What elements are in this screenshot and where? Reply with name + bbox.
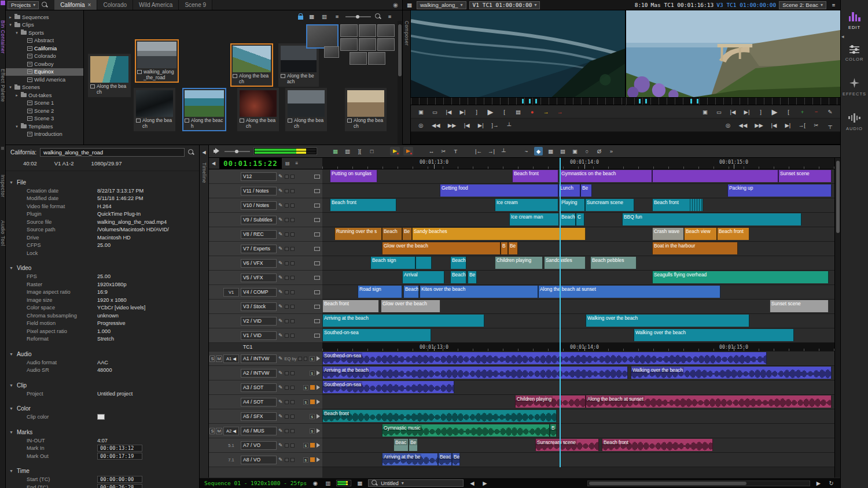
toggle-box[interactable] bbox=[290, 247, 295, 251]
toggle-box[interactable] bbox=[290, 334, 295, 338]
timeline-clip-arriving-at-the-beach[interactable]: Arriving at the beach bbox=[322, 315, 484, 327]
pencil-icon[interactable]: ✎ bbox=[278, 173, 283, 179]
record-button[interactable]: ● bbox=[528, 108, 536, 116]
collapse-icon[interactable]: ◀ bbox=[201, 148, 208, 157]
monitor-icon[interactable] bbox=[314, 276, 320, 280]
splice-in-button[interactable]: → bbox=[542, 108, 550, 116]
source-monitor[interactable] bbox=[411, 10, 625, 97]
go-to-start-button[interactable]: |◀ bbox=[770, 121, 778, 130]
fast-forward-button[interactable]: ▶▶ bbox=[447, 121, 458, 130]
toggle-box[interactable] bbox=[290, 175, 295, 179]
toggle-box[interactable] bbox=[285, 175, 289, 179]
cut-button[interactable]: ✂ bbox=[812, 121, 821, 130]
track-lane-v1[interactable]: Southed-on-seaWalking over the beach bbox=[322, 328, 834, 343]
timeline-clip-along-the-beach-at-sunset[interactable]: Along the beach at sunset bbox=[586, 395, 832, 408]
timeline-clip-be[interactable]: Be bbox=[452, 453, 460, 465]
rail-tab-effect-palette[interactable]: Effect Palette bbox=[0, 69, 6, 102]
render-icon[interactable]: ○ bbox=[583, 147, 591, 156]
track-header-v6[interactable]: V6 / VFX✎ bbox=[209, 256, 322, 271]
toggle-box[interactable] bbox=[290, 443, 295, 448]
record-enable-icon[interactable] bbox=[310, 400, 315, 404]
tree-item-sports[interactable]: ▾Sports bbox=[6, 29, 83, 37]
lock-icon[interactable] bbox=[298, 16, 303, 20]
section-header[interactable]: ▼File bbox=[6, 178, 199, 187]
timeline-clip-be[interactable]: Be bbox=[402, 228, 412, 240]
timeline-clip-along-the-beach-at-sunset[interactable]: Along the beach at sunset bbox=[538, 286, 720, 298]
step-forward-button[interactable]: ▶| bbox=[742, 108, 751, 116]
timeline-clip-gymnastics-on-the-beach[interactable]: Gymnastics on the beach bbox=[560, 170, 652, 182]
toggle-box[interactable] bbox=[285, 415, 289, 419]
track-name[interactable]: V4 / COMP bbox=[241, 288, 277, 297]
track-lane-v8[interactable]: Running over the sBeachBeSandy beachesCr… bbox=[322, 227, 834, 242]
track-lane-a5[interactable]: Beach front bbox=[322, 409, 834, 424]
solo-button[interactable]: S bbox=[209, 356, 215, 362]
rail-item-color[interactable]: COLOR bbox=[841, 38, 868, 70]
clip-thumbnail-along-the-beach[interactable]: Along the beach bbox=[285, 88, 327, 131]
toggle-box[interactable] bbox=[290, 232, 295, 236]
prev-icon[interactable]: ◀ bbox=[468, 479, 476, 487]
rail-item-audio[interactable]: AUDIO bbox=[841, 105, 868, 139]
collapse-icon[interactable]: ◂ bbox=[841, 34, 844, 39]
toggle-box[interactable] bbox=[285, 429, 289, 433]
timeline-clip-kites-over-the-beach[interactable]: Kites over the beach bbox=[420, 286, 538, 298]
mark-in-button[interactable]: [ bbox=[784, 108, 793, 116]
track-name[interactable]: A3 / SOT bbox=[241, 383, 277, 392]
record-monitor[interactable] bbox=[626, 10, 840, 97]
match-frame-icon[interactable]: ▤ bbox=[514, 108, 523, 116]
property-value[interactable]: 00:00:13:12 bbox=[97, 445, 142, 452]
timeline-clip-be[interactable]: Be bbox=[409, 439, 418, 451]
step-backward-button[interactable]: |◀ bbox=[444, 108, 453, 116]
close-tab-icon[interactable]: × bbox=[88, 2, 91, 8]
pencil-icon[interactable]: ✎ bbox=[278, 457, 283, 463]
timeline-clip-southend-on-sea[interactable]: Southend-on-sea bbox=[322, 352, 767, 364]
track-name[interactable]: A7 / VO bbox=[241, 441, 277, 450]
property-value[interactable]: 00:00:17:19 bbox=[97, 453, 142, 460]
track-lane-v9[interactable]: Ice cream manBeachCBBQ fun bbox=[322, 213, 834, 227]
timeline-menu-icon[interactable]: ≡ bbox=[293, 159, 300, 168]
list-view-icon[interactable]: ≡ bbox=[333, 12, 341, 21]
bin-scrollbar[interactable] bbox=[398, 21, 402, 145]
pencil-icon[interactable]: ✎ bbox=[278, 217, 283, 223]
section-header[interactable]: ▼Video bbox=[6, 264, 199, 273]
monitor-icon[interactable] bbox=[314, 189, 320, 193]
track-lane-v3[interactable]: Beach frontGlow over the beachSunset sce… bbox=[322, 300, 834, 314]
toggle-box[interactable] bbox=[290, 386, 295, 390]
tree-item-out-takes[interactable]: ▸Out-takes bbox=[6, 91, 83, 99]
monitor-icon[interactable] bbox=[314, 232, 320, 236]
solo-box[interactable]: s bbox=[310, 414, 315, 419]
effect-mode-button[interactable]: ┬ bbox=[826, 121, 834, 130]
tree-item-california[interactable]: California bbox=[6, 45, 83, 53]
track-header-v5[interactable]: V5 / VFX✎ bbox=[209, 271, 322, 285]
grid-icon[interactable]: ▥ bbox=[323, 479, 332, 487]
toggle-box[interactable] bbox=[290, 305, 295, 309]
mini-thumbnail[interactable] bbox=[377, 38, 395, 51]
source-clip-dropdown[interactable]: walking_along_ ▾ bbox=[417, 1, 466, 9]
link-toggle-icon[interactable]: ◎ bbox=[724, 121, 733, 130]
speaker-icon[interactable] bbox=[317, 443, 320, 448]
track-header-tc1[interactable]: TC1 bbox=[209, 343, 322, 352]
bin-tab-wild-america[interactable]: Wild America bbox=[133, 0, 179, 10]
track-name[interactable]: A4 / SOT bbox=[241, 398, 277, 406]
add-marker-yellow-button[interactable] bbox=[390, 147, 400, 156]
pencil-icon[interactable]: ✎ bbox=[278, 442, 283, 448]
toggle-box[interactable] bbox=[285, 443, 289, 448]
focus-button[interactable]: ◆ bbox=[534, 147, 543, 156]
track-name[interactable]: V7 / Experts bbox=[241, 245, 277, 253]
timeline-clip-playing[interactable]: Playing bbox=[560, 199, 585, 211]
chevron-down-icon[interactable]: ▾ bbox=[8, 23, 13, 27]
segment-insert-icon[interactable]: □ bbox=[367, 147, 376, 156]
track-lane-a8[interactable]: Arriving at the beBeacBe bbox=[322, 453, 834, 467]
track-name[interactable]: A1 / INTVW bbox=[241, 354, 277, 363]
next-icon[interactable]: ▶ bbox=[480, 479, 489, 487]
mark-out-button[interactable]: ] bbox=[472, 108, 481, 116]
toggle-box[interactable] bbox=[290, 371, 295, 375]
trim-both-icon[interactable]: ┴ bbox=[499, 147, 508, 156]
gang-icon[interactable]: ▭ bbox=[715, 108, 723, 116]
track-lane-v12[interactable]: Putting on sunglasBeach frontGymnastics … bbox=[322, 169, 834, 184]
fast-forward-button[interactable]: ▶▶ bbox=[753, 121, 764, 130]
clip-thumbnail-along-the-beach[interactable]: Along the beach bbox=[278, 43, 319, 87]
timeline-clip-beach-pebbles[interactable]: Beach pebbles bbox=[590, 257, 637, 269]
pencil-icon[interactable]: ✎ bbox=[278, 304, 283, 309]
toggle-box[interactable] bbox=[285, 247, 289, 251]
section-header[interactable]: ▼Audio bbox=[6, 349, 199, 358]
